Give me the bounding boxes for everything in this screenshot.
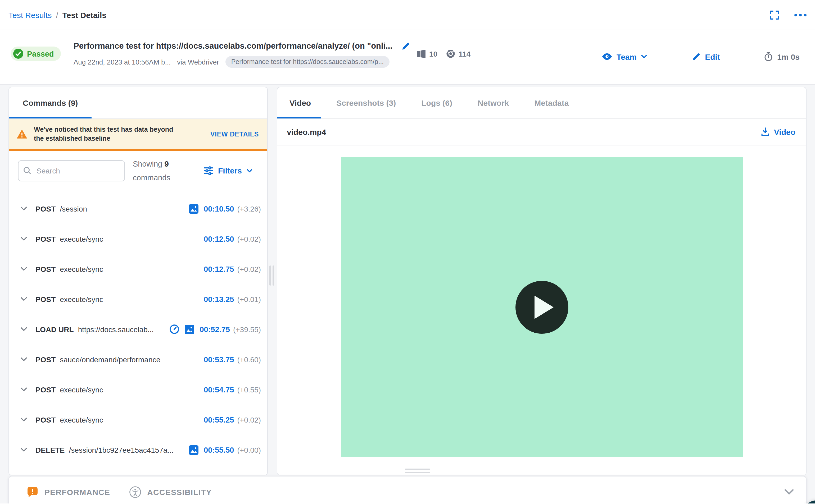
- chevron-down-icon[interactable]: [20, 267, 28, 271]
- search-input[interactable]: [18, 160, 125, 181]
- command-delta: (+3.26): [237, 204, 261, 213]
- chevron-down-icon[interactable]: [20, 236, 28, 241]
- chevron-down-icon[interactable]: [20, 387, 28, 392]
- screenshot-icon[interactable]: [189, 445, 198, 455]
- status-label: Passed: [27, 49, 54, 58]
- command-delta: (+0.55): [237, 385, 261, 394]
- title-block: Performance test for https://docs.saucel…: [74, 41, 410, 68]
- top-nav-actions: [770, 10, 807, 20]
- bottom-resize-handle[interactable]: [405, 469, 430, 473]
- team-label: Team: [617, 52, 637, 61]
- performance-alert-icon: [26, 486, 39, 498]
- play-icon: [535, 295, 554, 319]
- chrome-icon: [446, 49, 455, 58]
- search-icon: [23, 166, 31, 174]
- visibility-eye-icon: [602, 53, 612, 60]
- breadcrumb-test-results-link[interactable]: Test Results: [8, 10, 52, 19]
- chevron-down-icon[interactable]: [20, 206, 28, 211]
- accessibility-panel-toggle[interactable]: ACCESSIBILITY: [129, 486, 212, 498]
- top-nav: Test Results / Test Details: [0, 0, 815, 30]
- performance-panel-toggle[interactable]: PERFORMANCE: [26, 486, 110, 498]
- test-date: Aug 22nd, 2023 at 10:56AM b...: [74, 58, 171, 66]
- command-delta: (+0.02): [237, 265, 261, 273]
- search-box: [18, 160, 125, 181]
- accessibility-label: ACCESSIBILITY: [147, 488, 212, 497]
- test-via: via Webdriver: [177, 58, 219, 66]
- browser-version: 114: [459, 49, 471, 58]
- command-row[interactable]: POST execute/sync 00:54.75 (+0.55): [9, 374, 267, 405]
- command-row[interactable]: POST execute/sync 00:13.25 (+0.01): [9, 284, 267, 314]
- command-row[interactable]: POST execute/sync 00:12.75 (+0.02): [9, 254, 267, 284]
- tab-network[interactable]: Network: [478, 98, 509, 107]
- more-menu-icon[interactable]: [794, 13, 807, 16]
- os-info: 10: [417, 49, 438, 58]
- test-duration: 1m 0s: [764, 52, 800, 61]
- tab-video[interactable]: Video: [289, 98, 311, 107]
- breadcrumb-separator: /: [56, 10, 58, 19]
- stopwatch-icon: [764, 52, 773, 61]
- video-file-name: video.mp4: [287, 127, 326, 136]
- command-row[interactable]: DELETE /session/1bc927ee15ac4157a... 00:…: [9, 435, 267, 465]
- command-time: 00:12.75: [204, 265, 234, 273]
- bottom-panel: PERFORMANCE ACCESSIBILITY: [8, 476, 807, 503]
- commands-toolbar: Showing 9 commands Filters: [9, 151, 267, 190]
- pencil-icon: [692, 52, 701, 61]
- test-name-tag: Performance test for https://docs.saucel…: [225, 56, 390, 68]
- tab-commands[interactable]: Commands (9): [23, 98, 78, 107]
- screenshot-icon[interactable]: [189, 204, 198, 213]
- showing-count-text: Showing 9 commands: [133, 157, 178, 184]
- expand-panel-chevron-icon[interactable]: [784, 489, 794, 496]
- chevron-down-icon[interactable]: [20, 417, 28, 422]
- filters-button[interactable]: Filters: [204, 166, 252, 175]
- fullscreen-icon[interactable]: [770, 10, 780, 20]
- edit-label: Edit: [705, 52, 720, 61]
- page-title: Performance test for https://docs.saucel…: [74, 41, 392, 51]
- command-list: POST /session 00:10.50 (+3.26) POST exec…: [9, 190, 267, 465]
- edit-button[interactable]: Edit: [692, 52, 720, 61]
- accessibility-icon: [129, 486, 141, 498]
- chevron-down-icon[interactable]: [20, 357, 28, 362]
- baseline-warning-banner: We've noticed that this test has data be…: [9, 119, 267, 151]
- command-delta: (+0.00): [237, 446, 261, 454]
- video-player[interactable]: [340, 157, 743, 457]
- download-video-button[interactable]: Video: [761, 127, 795, 136]
- chevron-down-icon[interactable]: [20, 297, 28, 301]
- command-delta: (+39.55): [233, 325, 261, 333]
- windows-icon: [417, 49, 426, 58]
- performance-label: PERFORMANCE: [44, 488, 110, 497]
- tab-screenshots[interactable]: Screenshots (3): [336, 98, 396, 107]
- command-row[interactable]: POST execute/sync 00:12.50 (+0.02): [9, 224, 267, 254]
- main-content: Commands (9) We've noticed that this tes…: [0, 85, 815, 503]
- status-badge: Passed: [11, 47, 61, 61]
- command-delta: (+0.01): [237, 295, 261, 303]
- screenshot-icon[interactable]: [185, 324, 194, 334]
- environment-info: 10 114: [417, 49, 471, 58]
- filters-sliders-icon: [204, 166, 213, 175]
- edit-title-icon[interactable]: [401, 42, 410, 51]
- command-count: 9: [164, 159, 169, 168]
- video-stage: [277, 145, 806, 475]
- command-delta: (+0.60): [237, 355, 261, 364]
- view-details-link[interactable]: VIEW DETAILS: [210, 130, 259, 138]
- panel-resize-handle[interactable]: [269, 265, 274, 286]
- team-dropdown[interactable]: Team: [602, 52, 647, 61]
- page: Test Results / Test Details Passed Perfo…: [0, 0, 815, 504]
- play-button[interactable]: [515, 281, 568, 333]
- tab-logs[interactable]: Logs (6): [421, 98, 452, 107]
- command-row[interactable]: POST /session 00:10.50 (+3.26): [9, 194, 267, 224]
- breadcrumb: Test Results / Test Details: [8, 10, 106, 19]
- chevron-down-icon[interactable]: [20, 447, 28, 452]
- command-time: 00:54.75: [204, 385, 234, 394]
- commands-tab-bar: Commands (9): [9, 87, 267, 119]
- command-row[interactable]: POST execute/sync 00:55.25 (+0.02): [9, 405, 267, 435]
- command-delta: (+0.02): [237, 235, 261, 243]
- os-version: 10: [429, 49, 438, 58]
- tab-metadata[interactable]: Metadata: [534, 98, 569, 107]
- command-row[interactable]: LOAD URL https://docs.saucelab... 00:52.…: [9, 314, 267, 344]
- command-row[interactable]: POST sauce/ondemand/performance 00:53.75…: [9, 344, 267, 374]
- chevron-down-icon: [641, 54, 647, 59]
- performance-gauge-icon[interactable]: [169, 324, 179, 334]
- detail-tab-bar: Video Screenshots (3) Logs (6) Network M…: [277, 87, 806, 119]
- command-time: 00:12.50: [204, 235, 234, 243]
- chevron-down-icon[interactable]: [20, 327, 28, 332]
